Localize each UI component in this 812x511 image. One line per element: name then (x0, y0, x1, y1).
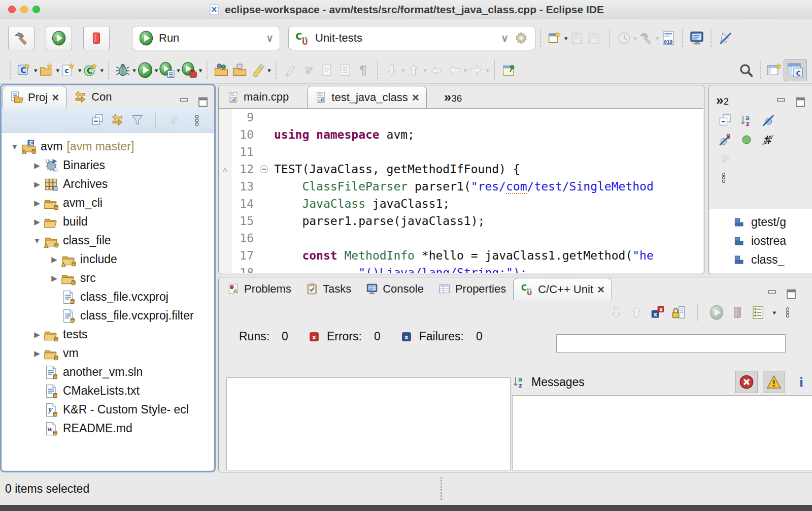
tree-item-include[interactable]: ▶include (2, 250, 214, 269)
new-class-button[interactable] (82, 60, 100, 80)
dropdown-arrow-icon[interactable]: ▾ (423, 67, 427, 74)
expand-arrow-icon[interactable]: ▶ (30, 199, 44, 208)
save-button[interactable] (568, 28, 586, 48)
rerun-test-icon[interactable] (709, 305, 724, 320)
tree-item-vcxproj-filter[interactable]: class_file.vcxproj.filter (2, 306, 214, 325)
fold-collapse-icon[interactable] (260, 165, 268, 173)
profile-button[interactable] (299, 60, 318, 80)
dropdown-arrow-icon[interactable]: ▾ (772, 309, 776, 316)
expand-arrow-icon[interactable]: ▶ (48, 274, 61, 283)
tree-item-readme[interactable]: README.md (2, 419, 214, 438)
stop-test-icon[interactable] (730, 305, 745, 320)
minimize-icon[interactable] (178, 96, 190, 108)
tab-console[interactable]: Console (358, 278, 431, 300)
new-folder-button[interactable] (38, 60, 56, 80)
coverage-button[interactable] (180, 60, 198, 80)
outline-item-include[interactable]: class (733, 269, 812, 273)
previous-annotation-button[interactable] (404, 60, 423, 80)
hide-non-public-icon[interactable] (739, 133, 754, 147)
tree-item-build[interactable]: ▶build (2, 212, 214, 231)
new-wizard-button[interactable] (546, 28, 564, 48)
maximize-icon[interactable] (785, 288, 797, 300)
tree-item-class-file[interactable]: ▼class_file (2, 231, 214, 250)
expand-arrow-icon[interactable]: ▶ (30, 161, 44, 170)
expand-arrow-icon[interactable]: ▶ (30, 180, 44, 189)
minimize-icon[interactable] (775, 96, 787, 108)
tab-test-java-class[interactable]: test_java_class × (307, 86, 426, 108)
show-whitespace-button[interactable]: ¶ (354, 60, 373, 80)
expand-arrow-icon[interactable]: ▶ (30, 349, 44, 358)
sort-icon[interactable] (512, 375, 526, 389)
dropdown-arrow-icon[interactable]: ▾ (267, 67, 271, 74)
hide-static-members-icon[interactable] (718, 133, 732, 147)
gear-icon[interactable] (514, 30, 529, 46)
filter-icon[interactable] (130, 113, 144, 127)
outline-tab-overflow[interactable]: »2 (713, 88, 729, 108)
build-all-button[interactable] (637, 28, 655, 48)
minimize-icon[interactable] (766, 288, 778, 300)
forward-button[interactable] (467, 60, 485, 80)
zoom-window-button[interactable] (32, 6, 40, 13)
dropdown-arrow-icon[interactable]: ▾ (486, 67, 489, 74)
editor-tab-overflow[interactable]: »36 (444, 89, 462, 108)
build-button[interactable] (8, 26, 35, 50)
back-button[interactable] (445, 60, 463, 80)
dropdown-arrow-icon[interactable]: ▾ (656, 35, 659, 42)
dropdown-arrow-icon[interactable]: ▾ (634, 35, 637, 42)
close-icon[interactable]: × (412, 91, 419, 104)
filter-errors-button[interactable] (735, 371, 758, 393)
dropdown-arrow-icon[interactable]: ▾ (100, 67, 104, 74)
toggle-mark-occurrences-button[interactable] (249, 60, 267, 80)
tab-cpp-unit[interactable]: C/C++ Unit× (513, 278, 612, 300)
tab-properties[interactable]: Properties (431, 278, 513, 300)
search-button[interactable] (737, 60, 755, 80)
scroll-lock-icon[interactable] (671, 305, 686, 320)
new-c-project-button[interactable] (15, 60, 33, 80)
test-tree-pane[interactable] (226, 377, 511, 470)
tab-project-explorer[interactable]: Proj × (3, 86, 66, 108)
outline-item-include[interactable]: iostrea (733, 232, 812, 250)
collapse-all-icon[interactable] (718, 113, 732, 127)
maximize-icon[interactable] (794, 96, 806, 108)
tree-item-binaries[interactable]: ▶Binaries (2, 156, 214, 175)
filter-info-button[interactable]: i (790, 371, 812, 393)
tree-item-vcxproj[interactable]: class_file.vcxproj (2, 288, 214, 306)
view-menu-icon[interactable] (782, 306, 793, 319)
tab-problems[interactable]: Problems (220, 278, 298, 300)
expand-arrow-icon[interactable]: ▶ (48, 255, 61, 264)
run-history-button[interactable] (158, 60, 176, 80)
dropdown-arrow-icon[interactable]: ▾ (199, 67, 202, 74)
format-button[interactable] (281, 60, 299, 80)
tab-connections[interactable]: Con (66, 86, 119, 108)
debug-history-button[interactable] (615, 28, 633, 48)
filter-warnings-button[interactable] (763, 371, 785, 393)
tab-main-cpp[interactable]: main.cpp (220, 86, 296, 108)
collapse-all-icon[interactable] (91, 113, 105, 127)
pin-editor-button[interactable] (500, 60, 518, 80)
open-perspective-button[interactable] (765, 60, 784, 80)
previous-failed-test-icon[interactable] (629, 305, 644, 320)
hide-fields-icon[interactable] (761, 113, 775, 127)
link-with-editor-button[interactable] (716, 28, 734, 48)
launch-config-combo[interactable]: Unit-tests ∨ (288, 26, 535, 50)
tree-item-cmakelists[interactable]: CMakeLists.txt (2, 381, 214, 400)
tree-item-tests[interactable]: ▶tests (2, 325, 214, 344)
test-run-history-icon[interactable] (751, 305, 766, 320)
run-last-button[interactable] (136, 60, 154, 80)
tree-item-kr-style[interactable]: K&R - Custom Style- ecl (2, 400, 214, 419)
tree-item-avm[interactable]: ▼avm[avm master] (2, 137, 214, 156)
show-outline-button[interactable] (336, 60, 354, 80)
tab-tasks[interactable]: Tasks (298, 278, 358, 300)
show-failures-only-icon[interactable] (650, 305, 665, 320)
refresh-file-button[interactable] (318, 60, 336, 80)
next-annotation-button[interactable] (383, 60, 401, 80)
view-menu-icon[interactable] (191, 114, 203, 127)
dropdown-arrow-icon[interactable]: ▾ (401, 67, 405, 74)
debug-button[interactable] (114, 60, 132, 80)
dropdown-arrow-icon[interactable]: ▾ (464, 67, 467, 74)
binary-editor-button[interactable] (659, 28, 678, 48)
view-options-icon[interactable] (718, 152, 732, 166)
outline-item-include[interactable]: class_ (733, 250, 812, 269)
run-config-combo[interactable]: Run ∨ (132, 26, 280, 50)
tree-item-another-vm[interactable]: another_vm.sln (2, 363, 214, 381)
